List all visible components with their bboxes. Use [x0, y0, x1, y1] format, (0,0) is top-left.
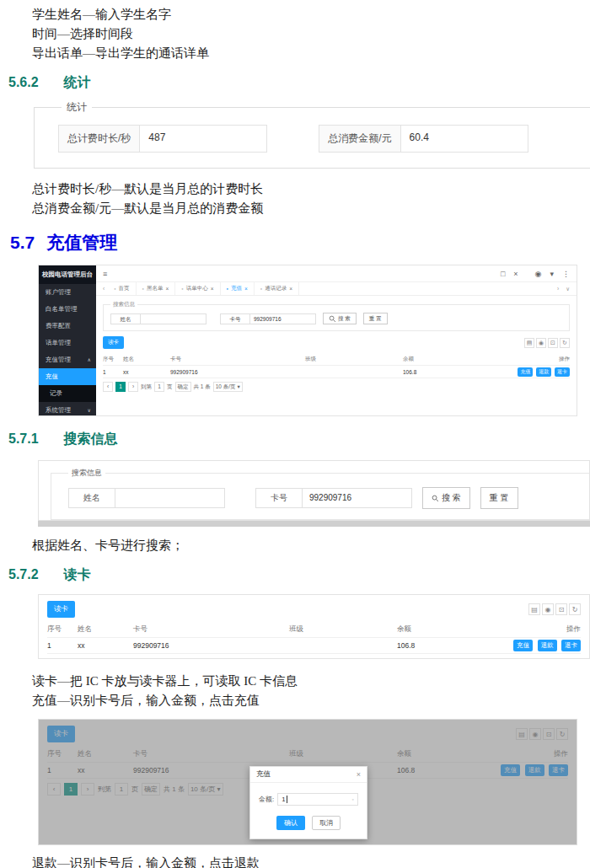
caret-down-icon: ▾: [550, 270, 554, 278]
tab-scroll-left-icon[interactable]: ‹: [99, 286, 108, 292]
amount-value: 1: [282, 796, 285, 803]
name-input[interactable]: [141, 313, 206, 324]
tab-close-icon[interactable]: ×: [289, 286, 292, 292]
card-input[interactable]: 992909716: [303, 488, 412, 508]
confirm-button[interactable]: 确认: [276, 816, 305, 830]
tab-label: 话单中心: [186, 285, 208, 292]
tab-close-icon[interactable]: ×: [244, 286, 248, 292]
page-next-button[interactable]: ›: [81, 658, 94, 659]
card-input[interactable]: 992909716: [250, 313, 316, 324]
per-page-select[interactable]: 10 条/页 ▾: [188, 658, 223, 659]
page-prev-button[interactable]: ‹: [47, 658, 61, 659]
avatar-icon[interactable]: ◉▾: [527, 270, 554, 278]
close-icon[interactable]: ×: [357, 770, 361, 779]
tab-call-center[interactable]: ●话单中心×: [175, 282, 220, 295]
read-card-button[interactable]: 读卡: [47, 601, 75, 618]
recharge-action-button[interactable]: 充值: [513, 640, 533, 651]
return-card-action-button[interactable]: 退卡: [555, 367, 570, 377]
page-current[interactable]: 1: [64, 658, 78, 659]
refresh-icon[interactable]: ↻: [569, 603, 581, 615]
filter-icon[interactable]: ▤: [528, 603, 540, 615]
page-input[interactable]: 1: [154, 382, 164, 392]
col-actions: 操作: [496, 624, 581, 635]
page-next-button[interactable]: ›: [128, 382, 138, 392]
refund-action-button[interactable]: 退款: [536, 367, 551, 377]
more-icon[interactable]: ⋮: [562, 270, 570, 278]
per-page-value: 10 条/页: [216, 383, 236, 389]
sidebar-item-recharge-group[interactable]: 充值管理 ∧: [39, 351, 96, 368]
goto-confirm-button[interactable]: 确定: [142, 658, 160, 659]
col-balance: 余额: [403, 356, 484, 363]
col-name: 姓名: [123, 356, 170, 363]
refresh-icon[interactable]: ↻: [560, 338, 570, 348]
stats-panel-legend: 统计: [62, 100, 92, 115]
stat-duration-value[interactable]: 487: [140, 126, 266, 152]
doc-line-export: 导出话单—导出学生的通话详单: [32, 44, 590, 63]
return-card-action-button[interactable]: 退卡: [561, 640, 581, 651]
sidebar-item-system-group[interactable]: 系统管理 ∨: [39, 402, 96, 416]
name-input[interactable]: [115, 488, 225, 508]
clear-icon[interactable]: ◦: [352, 796, 354, 802]
stat-duration-group: 总计费时长/秒 487: [58, 125, 267, 153]
print-icon[interactable]: ⊡: [548, 338, 558, 348]
tab-blacklist[interactable]: ●黑名单×: [137, 282, 176, 295]
stat-duration-label: 总计费时长/秒: [59, 126, 140, 152]
data-table: 序号 姓名 卡号 班级 余额 操作 1 xx 992909716 106.8: [103, 353, 570, 378]
cell-card: 992909716: [133, 641, 289, 650]
tab-recharge[interactable]: ●充值×: [221, 282, 255, 295]
pagination: ‹ 1 › 到第 1 页 确定 共 1 条 10 条/页 ▾: [47, 658, 581, 659]
tab-call-log[interactable]: ●通话记录×: [255, 282, 299, 295]
close-icon[interactable]: ×: [513, 270, 518, 278]
sidebar-item-rates[interactable]: 费率配置: [39, 318, 96, 335]
col-no: 序号: [47, 624, 78, 635]
tab-collapse-icon[interactable]: ∨: [562, 286, 573, 292]
maximize-icon[interactable]: □: [501, 270, 505, 278]
caret-down-icon: ▾: [237, 383, 239, 389]
tab-home[interactable]: ●首页: [108, 282, 136, 295]
table-header-row: 序号 姓名 卡号 班级 余额 操作: [103, 353, 570, 366]
tab-bar: ‹ ●首页 ●黑名单× ●话单中心× ●充值× ●通话记录× › ∨: [96, 282, 577, 296]
sidebar-item-whitelist[interactable]: 白名单管理: [39, 301, 96, 318]
per-page-select[interactable]: 10 条/页 ▾: [213, 382, 243, 392]
search-button[interactable]: 搜 索: [323, 313, 357, 324]
page-input[interactable]: 1: [115, 658, 128, 659]
table-row: 1 xx 992909716 106.8 充值 退款 退卡: [47, 638, 581, 654]
read-card-button[interactable]: 读卡: [103, 336, 124, 349]
search-panel: 搜索信息 姓名 卡号 992909716 搜 索 重 置: [51, 468, 589, 520]
stat-amount-value[interactable]: 60.4: [401, 126, 528, 152]
reset-button[interactable]: 重 置: [480, 487, 518, 509]
reset-button[interactable]: 重 置: [363, 313, 388, 324]
total-count-label: 共 1 条: [194, 383, 211, 391]
stats-note-2: 总消费金额/元—默认是当月总的消费金额: [32, 199, 590, 218]
page-current[interactable]: 1: [115, 382, 126, 392]
page-prev-button[interactable]: ‹: [103, 382, 113, 392]
cancel-button[interactable]: 取消: [312, 816, 341, 830]
sidebar-subitem-recharge[interactable]: 充值: [39, 368, 96, 385]
section-number: 5.6.2: [8, 75, 39, 89]
recharge-action-button[interactable]: 充值: [518, 367, 533, 377]
goto-confirm-button[interactable]: 确定: [175, 382, 191, 392]
tab-scroll-right-icon[interactable]: ›: [554, 286, 562, 292]
section-number: 5.7.2: [8, 567, 39, 581]
user-icon[interactable]: ◉: [536, 338, 546, 348]
sidebar-item-accounts[interactable]: 账户管理: [39, 284, 96, 301]
refund-action-button[interactable]: 退款: [538, 640, 557, 651]
sidebar-item-call-records[interactable]: 话单管理: [39, 335, 96, 351]
tab-dot-icon: ●: [114, 287, 115, 291]
col-class: 班级: [289, 624, 397, 635]
readcard-note-2: 充值—识别卡号后，输入金额，点击充值: [32, 691, 590, 710]
sidebar-subitem-records[interactable]: 记录: [39, 385, 96, 402]
goto-label: 到第: [141, 383, 152, 391]
search-button[interactable]: 搜 索: [422, 487, 470, 509]
menu-icon[interactable]: ≡: [103, 270, 107, 278]
stat-amount-label: 总消费金额/元: [319, 126, 400, 152]
name-field-label: 姓名: [68, 488, 115, 508]
tab-close-icon[interactable]: ×: [166, 286, 169, 292]
filter-icon[interactable]: ▤: [524, 338, 534, 348]
user-icon[interactable]: ◉: [542, 603, 554, 615]
section-title: 充值管理: [46, 233, 117, 252]
print-icon[interactable]: ⊡: [555, 603, 567, 615]
tab-close-icon[interactable]: ×: [211, 286, 214, 292]
sidebar-item-label: 系统管理: [46, 406, 71, 414]
amount-input[interactable]: 1◦: [277, 793, 358, 806]
